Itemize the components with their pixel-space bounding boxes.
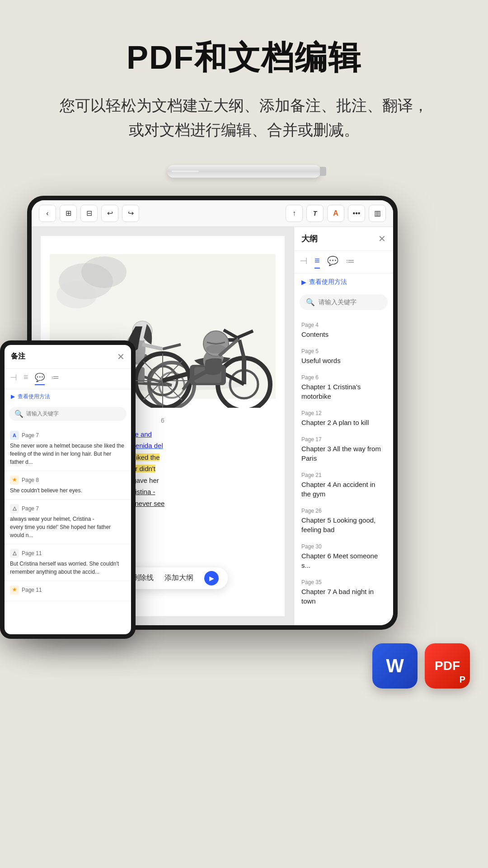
highlight-button[interactable]: A	[327, 205, 344, 222]
note-item-4[interactable]: ★ Page 11	[5, 581, 131, 601]
outline-item-5[interactable]: Page 21 Chapter 4 An accident in the gym	[294, 467, 393, 503]
back-button[interactable]: ‹	[39, 205, 56, 222]
add-outline-button[interactable]: 添加大纲	[164, 573, 193, 583]
toolbar: ‹ ⊞ ⊟ ↩ ↪ ↑ T A ••• ▥	[32, 200, 393, 227]
outline-chapter-5: Chapter 4 An accident in the gym	[301, 480, 386, 499]
outline-page-1: Page 5	[301, 348, 386, 354]
note-text-0: She never wore a helmet because she like…	[10, 442, 126, 466]
svg-point-2	[81, 256, 127, 288]
devices-container: ‹ ⊞ ⊟ ↩ ↪ ↑ T A ••• ▥	[0, 187, 488, 675]
phone-help[interactable]: ▶ 查看使用方法	[5, 389, 131, 404]
word-app-icon[interactable]: W	[372, 643, 418, 689]
outline-chapter-3: Chapter 2 A plan to kill	[301, 418, 386, 427]
phone-tab-comments[interactable]: 💬	[35, 373, 45, 385]
header-section: PDF和文档编辑 您可以轻松为文档建立大纲、添加备注、批注、翻译，或对文档进行编…	[0, 0, 488, 156]
note-header-4: ★ Page 11	[10, 585, 126, 594]
search-input[interactable]	[319, 298, 381, 306]
outline-chapter-7: Chapter 6 Meet someone s...	[301, 551, 386, 570]
phone-note-list: A Page 7 She never wore a helmet because…	[5, 424, 131, 634]
svg-point-3	[56, 281, 97, 308]
outline-page-7: Page 30	[301, 543, 386, 550]
panel-tab-outline[interactable]: ≡	[314, 255, 320, 269]
phone-search-input[interactable]	[26, 410, 121, 417]
outline-item-2[interactable]: Page 6 Chapter 1 Cristina's motorbike	[294, 370, 393, 406]
text-button[interactable]: T	[306, 205, 324, 222]
note-page-4: Page 11	[22, 587, 42, 593]
play-icon: ▶	[301, 278, 306, 286]
note-icon-4: ★	[10, 585, 19, 594]
note-header-2: △ Page 7	[10, 504, 126, 513]
main-title: PDF和文档编辑	[18, 36, 470, 80]
pdf-app-icon[interactable]: PDF P	[425, 643, 470, 689]
word-letter: W	[386, 655, 404, 677]
note-icon-2: △	[10, 504, 19, 513]
note-item-2[interactable]: △ Page 7 always wear your helmet, Cristi…	[5, 500, 131, 544]
undo-button[interactable]: ↩	[101, 205, 118, 222]
phone-panel-header: 备注 ✕	[5, 345, 131, 369]
note-text-1: She couldn't believe her eyes.	[10, 486, 126, 495]
outline-item-8[interactable]: Page 35 Chapter 7 A bad night in town	[294, 575, 393, 610]
note-item-0[interactable]: A Page 7 She never wore a helmet because…	[5, 426, 131, 471]
panel-tab-comments[interactable]: 💬	[327, 255, 338, 268]
outline-page-8: Page 35	[301, 579, 386, 585]
note-page-1: Page 8	[22, 477, 39, 483]
outline-item-0[interactable]: Page 4 Contents	[294, 317, 393, 344]
outline-panel: 大纲 ✕ ⊣ ≡ 💬 ≔ ▶ 查看使用方法 🔍	[294, 227, 393, 625]
outline-chapter-4: Chapter 3 All the way from Paris	[301, 444, 386, 463]
sidebar-toggle-button[interactable]: ⊞	[60, 205, 77, 222]
panel-tab-bookmark[interactable]: ⊣	[300, 255, 307, 268]
outline-chapter-2: Chapter 1 Cristina's motorbike	[301, 382, 386, 401]
pdf-icon-p: P	[460, 675, 465, 685]
phone-search[interactable]: 🔍	[9, 407, 127, 421]
close-outline-button[interactable]: ✕	[378, 233, 386, 244]
panel-tab-list[interactable]: ≔	[346, 255, 355, 268]
small-phone: 备注 ✕ ⊣ ≡ 💬 ≔ ▶ 查看使用方法 🔍 A Page 7 She nev…	[0, 340, 136, 639]
outline-chapter-6: Chapter 5 Looking good, feeling bad	[301, 515, 386, 534]
apple-pencil	[167, 165, 321, 178]
grid-button[interactable]: ⊟	[80, 205, 98, 222]
sidebar-right-button[interactable]: ▥	[369, 205, 386, 222]
outline-chapter-0: Contents	[301, 330, 386, 339]
panel-search[interactable]: 🔍	[300, 294, 388, 310]
help-text: 查看使用方法	[309, 278, 347, 286]
outline-page-4: Page 17	[301, 436, 386, 443]
note-item-3[interactable]: △ Page 11 But Cristina herself was worri…	[5, 544, 131, 581]
note-icon-1: ★	[10, 476, 19, 485]
outline-item-6[interactable]: Page 26 Chapter 5 Looking good, feeling …	[294, 503, 393, 539]
note-icon-0: A	[10, 431, 19, 440]
phone-panel-tabs: ⊣ ≡ 💬 ≔	[5, 369, 131, 389]
note-item-1[interactable]: ★ Page 8 She couldn't believe her eyes.	[5, 471, 131, 500]
outline-item-7[interactable]: Page 30 Chapter 6 Meet someone s...	[294, 539, 393, 575]
more-button[interactable]: •••	[348, 205, 365, 222]
note-header-3: △ Page 11	[10, 549, 126, 558]
phone-tab-list[interactable]: ≡	[23, 373, 28, 385]
close-notes-button[interactable]: ✕	[117, 351, 125, 362]
pencil-container	[0, 165, 488, 178]
search-icon: 🔍	[306, 298, 315, 307]
app-icons: W PDF P	[372, 643, 470, 689]
panel-tabs: ⊣ ≡ 💬 ≔	[294, 251, 393, 274]
outline-chapter-1: Useful words	[301, 356, 386, 365]
outline-item-1[interactable]: Page 5 Useful words	[294, 344, 393, 370]
outline-page-2: Page 6	[301, 374, 386, 381]
share-button[interactable]: ↑	[286, 205, 303, 222]
play-button[interactable]: ▶	[204, 571, 219, 585]
note-text-3: But Cristina herself was worried. She co…	[10, 560, 126, 576]
note-header-1: ★ Page 8	[10, 476, 126, 485]
panel-header: 大纲 ✕	[294, 227, 393, 251]
pdf-letter: PDF	[435, 659, 460, 673]
outline-page-5: Page 21	[301, 472, 386, 478]
sub-title: 您可以轻松为文档建立大纲、添加备注、批注、翻译，或对文档进行编辑、合并或删减。	[18, 93, 470, 142]
outline-page-0: Page 4	[301, 322, 386, 328]
phone-play-icon: ▶	[11, 393, 15, 400]
phone-tab-filter[interactable]: ≔	[51, 373, 59, 385]
outline-page-6: Page 26	[301, 508, 386, 514]
phone-tab-bookmark[interactable]: ⊣	[10, 373, 17, 385]
outline-list: Page 4 Contents Page 5 Useful words Page…	[294, 314, 393, 625]
note-page-3: Page 11	[22, 550, 42, 557]
outline-item-4[interactable]: Page 17 Chapter 3 All the way from Paris	[294, 432, 393, 467]
panel-help[interactable]: ▶ 查看使用方法	[294, 274, 393, 291]
redo-button[interactable]: ↪	[122, 205, 139, 222]
outline-item-3[interactable]: Page 12 Chapter 2 A plan to kill	[294, 406, 393, 432]
note-page-2: Page 7	[22, 505, 39, 512]
